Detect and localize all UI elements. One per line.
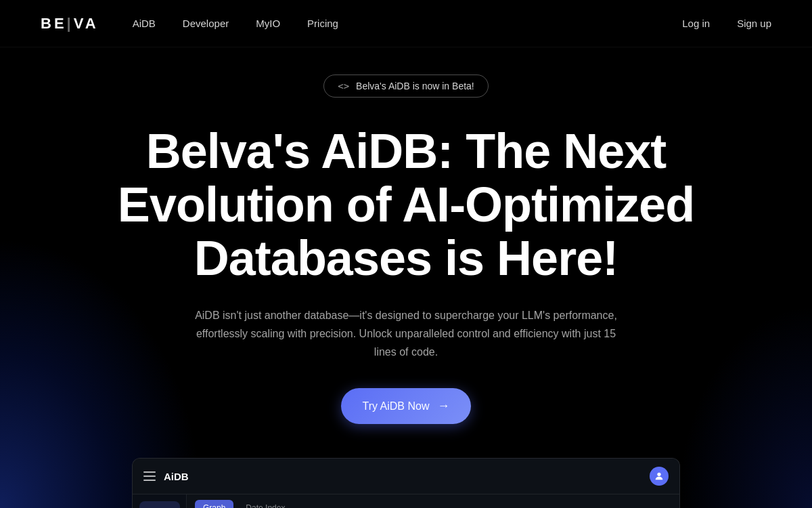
app-preview: AiDB Data xyxy=(132,458,680,508)
logo-text-2: VA xyxy=(74,15,99,32)
app-header: AiDB xyxy=(133,459,679,494)
svg-point-0 xyxy=(657,473,660,476)
hero-subtext: AiDB isn't just another database—it's de… xyxy=(186,306,626,362)
nav-item-developer[interactable]: Developer xyxy=(183,18,229,30)
sidebar-item-data[interactable]: Data xyxy=(139,501,180,508)
app-header-left: AiDB xyxy=(143,471,189,482)
beta-badge-text: Belva's AiDB is now in Beta! xyxy=(356,81,474,91)
panel-tabs: Graph Date Index xyxy=(187,494,679,508)
app-title: AiDB xyxy=(164,471,189,482)
user-avatar[interactable] xyxy=(650,467,669,486)
hero-heading: Belva's AiDB: The Next Evolution of AI-O… xyxy=(102,125,710,286)
app-sidebar: Data API Billing xyxy=(133,494,187,508)
navbar: BE|VA AiDB Developer MyIO Pricing Log in… xyxy=(0,0,812,47)
tab-date-index[interactable]: Date Index xyxy=(238,500,293,508)
app-right-panel: Graph Date Index Hierarchical edge bundl… xyxy=(187,494,679,508)
hamburger-icon[interactable] xyxy=(143,471,156,481)
beta-badge: <> Belva's AiDB is now in Beta! xyxy=(323,75,489,98)
beta-badge-icon: <> xyxy=(338,81,349,91)
signup-button[interactable]: Sign up xyxy=(737,18,771,29)
login-link[interactable]: Log in xyxy=(682,18,710,29)
logo-text: BE xyxy=(41,15,67,32)
nav-left: BE|VA AiDB Developer MyIO Pricing xyxy=(41,15,338,33)
hero-section: <> Belva's AiDB is now in Beta! Belva's … xyxy=(0,47,812,508)
nav-item-myio[interactable]: MyIO xyxy=(256,18,280,30)
app-body: Data API Billing xyxy=(133,494,679,508)
nav-links: AiDB Developer MyIO Pricing xyxy=(133,18,338,30)
cta-label: Try AiDB Now xyxy=(363,400,430,412)
nav-right: Log in Sign up xyxy=(682,18,771,29)
logo-separator: | xyxy=(67,15,74,32)
cta-arrow-icon: → xyxy=(437,399,449,413)
tab-graph[interactable]: Graph xyxy=(195,500,233,508)
cta-button[interactable]: Try AiDB Now → xyxy=(341,388,472,424)
nav-item-aidb[interactable]: AiDB xyxy=(133,18,156,30)
nav-item-pricing[interactable]: Pricing xyxy=(307,18,338,30)
logo[interactable]: BE|VA xyxy=(41,15,99,33)
